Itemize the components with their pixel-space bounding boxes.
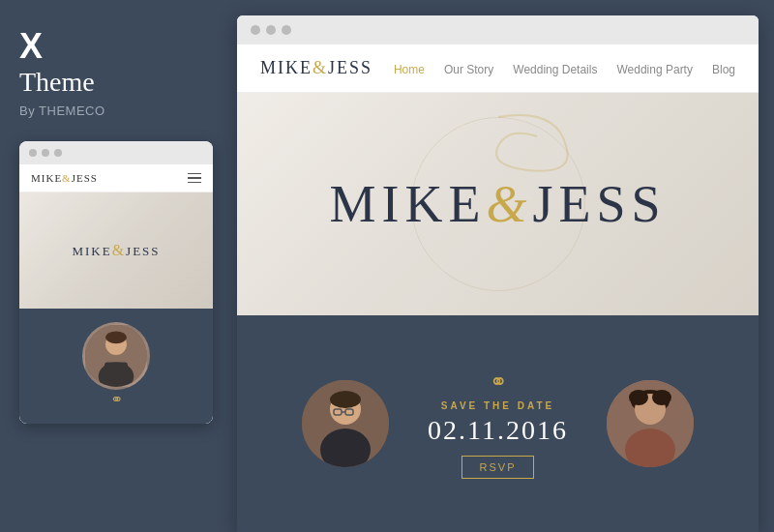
rsvp-button[interactable]: RSVP xyxy=(461,456,535,479)
nav-link-story[interactable]: Our Story xyxy=(444,63,493,76)
nav-item-story[interactable]: Our Story xyxy=(444,60,493,77)
mobile-preview-card: MIKE&JESS MIKE&JESS xyxy=(19,141,213,424)
mobile-hero-text: MIKE&JESS xyxy=(72,242,160,259)
mobile-nav: MIKE&JESS xyxy=(19,164,213,192)
browser-dot-2 xyxy=(266,25,276,35)
hamburger-line-3 xyxy=(188,182,201,184)
avatar-male-svg xyxy=(302,380,389,467)
hero-amp-big: & xyxy=(486,175,532,233)
hero-title: MIKE&JESS xyxy=(329,178,666,230)
nav-item-wedding-details[interactable]: Wedding Details xyxy=(513,60,597,77)
hamburger-line-2 xyxy=(188,177,201,179)
svg-point-16 xyxy=(652,390,671,405)
mobile-hero-logo: MIKE&JESS xyxy=(72,242,160,259)
hamburger-line-1 xyxy=(188,173,201,175)
svg-rect-4 xyxy=(104,362,128,379)
mobile-dot-1 xyxy=(29,149,37,157)
hero-swirl-svg xyxy=(402,107,595,185)
avatar-female xyxy=(607,380,694,467)
save-date-value: 02.11.2016 xyxy=(428,415,568,446)
mobile-avatar-svg xyxy=(85,322,147,390)
browser-bar xyxy=(237,15,759,44)
svg-point-15 xyxy=(629,390,648,405)
save-date-section: ⚭ SAVE THE DATE 02.11.2016 RSVP xyxy=(237,315,759,532)
save-label: SAVE THE DATE xyxy=(428,400,568,411)
mobile-browser-bar xyxy=(19,141,213,164)
website-logo: MIKE&JESS xyxy=(260,58,372,78)
avatar-male xyxy=(302,380,389,467)
mobile-avatar-male xyxy=(82,322,150,390)
mobile-dot-2 xyxy=(42,149,49,157)
mobile-logo-amp: & xyxy=(62,172,72,184)
mobile-dot-3 xyxy=(54,149,62,157)
mobile-logo: MIKE&JESS xyxy=(31,172,98,184)
nav-link-home[interactable]: Home xyxy=(394,63,425,76)
mobile-date-section: ⚭ xyxy=(19,309,213,424)
theme-label: Theme xyxy=(19,68,95,98)
x-logo: X xyxy=(19,29,43,64)
nav-link-blog[interactable]: Blog xyxy=(712,63,735,76)
mobile-rings-icon: ⚭ xyxy=(110,390,123,408)
nav-link-wedding-details[interactable]: Wedding Details xyxy=(513,63,597,76)
website-nav-links: Home Our Story Wedding Details Wedding P… xyxy=(394,60,735,77)
by-label: By THEMECO xyxy=(19,103,105,118)
website-hero: MIKE&JESS xyxy=(237,93,759,315)
save-date-center: ⚭ SAVE THE DATE 02.11.2016 RSVP xyxy=(428,369,568,479)
hero-title-text: MIKE&JESS xyxy=(329,178,666,230)
rings-icon: ⚭ xyxy=(428,369,568,395)
sidebar: X Theme By THEMECO MIKE&JESS xyxy=(0,0,237,532)
mobile-hero-amp: & xyxy=(112,242,126,258)
nav-item-home[interactable]: Home xyxy=(394,60,425,77)
website-content: MIKE&JESS Home Our Story Wedding Details… xyxy=(237,44,759,532)
nav-item-blog[interactable]: Blog xyxy=(712,60,735,77)
website-nav: MIKE&JESS Home Our Story Wedding Details… xyxy=(237,44,759,93)
nav-link-wedding-party[interactable]: Wedding Party xyxy=(616,63,693,76)
avatar-female-svg xyxy=(607,380,694,467)
mobile-hero: MIKE&JESS xyxy=(19,192,213,309)
website-logo-amp: & xyxy=(313,58,328,77)
svg-point-7 xyxy=(330,391,361,408)
mobile-hamburger-icon[interactable] xyxy=(188,173,201,184)
browser-dot-1 xyxy=(251,25,260,35)
browser-dot-3 xyxy=(282,25,291,35)
svg-point-2 xyxy=(105,331,127,343)
mobile-content: MIKE&JESS MIKE&JESS xyxy=(19,164,213,424)
main-website-preview: MIKE&JESS Home Our Story Wedding Details… xyxy=(237,15,759,532)
nav-item-wedding-party[interactable]: Wedding Party xyxy=(616,60,693,77)
